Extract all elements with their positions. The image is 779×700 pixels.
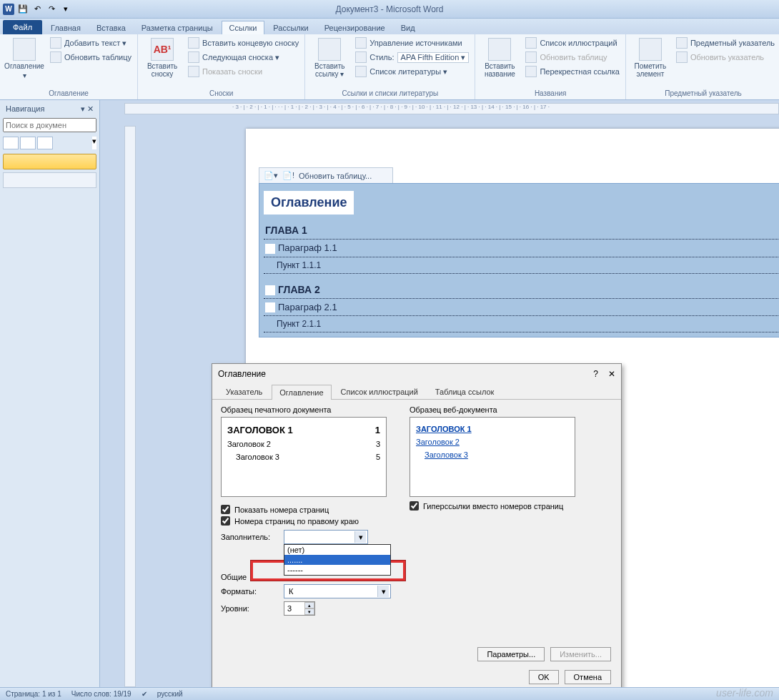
statusbar: Страница: 1 из 1 Число слов: 19/19 ✔ рус… — [0, 687, 779, 700]
ruler-horizontal[interactable]: · 3 · | · 2 · | · 1 · | · · · | · 1 · | … — [124, 103, 779, 114]
update-index-button[interactable]: Обновить указатель — [675, 51, 776, 64]
web-preview-box: ЗАГОЛОВОК 1 Заголовок 2 Заголовок 3 — [410, 417, 575, 497]
undo-icon[interactable]: ↶ — [31, 4, 43, 15]
close-dialog-icon[interactable]: ✕ — [608, 369, 615, 379]
toc-entry[interactable]: Пункт 2.1.16 — [264, 316, 779, 332]
show-footnotes-button[interactable]: Показать сноски — [187, 65, 300, 78]
leader-option-none[interactable]: (нет) — [284, 545, 390, 555]
ruler-vertical[interactable] — [124, 126, 136, 687]
insert-endnote-button[interactable]: Вставить концевую сноску — [187, 36, 300, 49]
levels-spinner[interactable]: 3▴▾ — [284, 601, 315, 616]
manage-sources-button[interactable]: Управление источниками — [354, 36, 470, 49]
leader-option-dots[interactable]: ....... — [284, 555, 390, 565]
dialog-tab-toc[interactable]: Оглавление — [272, 385, 331, 400]
tab-insert[interactable]: Вставка — [89, 21, 133, 34]
toc-options-icon[interactable]: 📄▾ — [264, 171, 278, 180]
print-preview-label: Образец печатного документа — [221, 405, 400, 414]
update-figures-button[interactable]: Обновить таблицу — [524, 51, 621, 64]
dialog-tab-figures[interactable]: Список иллюстраций — [333, 384, 426, 399]
chevron-down-icon[interactable]: ▾ — [354, 531, 366, 543]
list-of-figures-button[interactable]: Список иллюстраций — [524, 36, 621, 49]
toc-entry[interactable]: Параграф 2.15 — [264, 299, 779, 317]
tab-references[interactable]: Ссылки — [222, 21, 265, 34]
proofing-icon[interactable]: ✔ — [142, 690, 147, 698]
leader-dropdown-list: (нет) ....... ------ — [284, 544, 391, 576]
nav-menu-icon[interactable]: ▾ — [92, 137, 96, 149]
cross-reference-button[interactable]: Перекрестная ссылка — [524, 65, 621, 78]
formats-label: Форматы: — [221, 587, 278, 596]
window-title: Документ3 - Microsoft Word — [335, 4, 443, 14]
tab-review[interactable]: Рецензирование — [317, 21, 392, 34]
nav-view-results[interactable] — [37, 137, 53, 149]
save-icon[interactable]: 💾 — [17, 4, 29, 15]
ok-button[interactable]: OK — [529, 670, 559, 684]
cancel-button[interactable]: Отмена — [565, 670, 611, 684]
leader-combo[interactable]: ▾ (нет) ....... ------ — [284, 530, 368, 544]
modify-button: Изменить... — [550, 647, 611, 661]
formats-combo[interactable]: К▾ — [284, 584, 391, 598]
leader-label: Заполнитель: — [221, 533, 278, 541]
status-page[interactable]: Страница: 1 из 1 — [6, 690, 61, 698]
toc-title: Оглавление — [264, 191, 354, 215]
leader-option-dashes[interactable]: ------ — [284, 565, 390, 575]
tab-layout[interactable]: Разметка страницы — [134, 21, 220, 34]
bibliography-button[interactable]: Список литературы ▾ — [354, 65, 470, 78]
toc-button[interactable]: Оглавление▾ — [4, 36, 44, 79]
word-icon: W — [3, 4, 14, 15]
ribbon: Оглавление▾ Добавить текст ▾ Обновить та… — [0, 34, 779, 100]
toc-dialog: Оглавление ?✕ Указатель Оглавление Списо… — [212, 363, 622, 692]
search-input[interactable] — [3, 118, 96, 132]
toc-entry[interactable]: ГЛАВА 24 — [264, 281, 779, 299]
close-icon[interactable]: ✕ — [87, 104, 94, 113]
nav-selected-item[interactable] — [3, 154, 96, 169]
mark-entry-button[interactable]: Пометить элемент — [630, 36, 670, 78]
citation-style-dropdown[interactable]: Стиль: APA Fifth Edition ▾ — [354, 51, 470, 64]
nav-view-pages[interactable] — [20, 137, 36, 149]
toc-entry[interactable]: Параграф 1.12 — [264, 240, 779, 257]
toc-entry[interactable]: Пункт 1.1.13 — [264, 257, 779, 274]
insert-index-button[interactable]: Предметный указатель — [675, 36, 776, 49]
options-button[interactable]: Параметры... — [477, 647, 545, 661]
insert-citation-button[interactable]: Вставить ссылку ▾ — [309, 36, 349, 78]
insert-footnote-button[interactable]: AB¹Вставить сноску — [142, 36, 182, 78]
hyperlinks-checkbox[interactable]: Гиперссылки вместо номеров страниц — [410, 501, 575, 511]
ribbon-tabs: Файл Главная Вставка Разметка страницы С… — [0, 19, 779, 34]
navigation-pane: Навигация▾ ✕ ▾ — [0, 100, 100, 687]
status-language[interactable]: русский — [157, 690, 183, 698]
nav-item[interactable] — [3, 172, 96, 188]
tab-mailings[interactable]: Рассылки — [266, 21, 315, 34]
nav-dropdown-icon[interactable]: ▾ — [81, 104, 85, 113]
redo-icon[interactable]: ↷ — [46, 4, 57, 15]
tab-view[interactable]: Вид — [394, 21, 422, 34]
show-page-numbers-checkbox[interactable]: Показать номера страниц — [221, 505, 391, 514]
add-text-button[interactable]: Добавить текст ▾ — [49, 36, 133, 49]
help-icon[interactable]: ? — [593, 369, 598, 379]
web-preview-label: Образец веб-документа — [410, 405, 575, 414]
dialog-tab-index[interactable]: Указатель — [218, 384, 270, 399]
toc-update-icon[interactable]: 📄! — [282, 171, 294, 180]
toc-body[interactable]: Оглавление ГЛАВА 11Параграф 1.12Пункт 1.… — [259, 183, 779, 337]
toc-entry[interactable]: ГЛАВА 11 — [264, 222, 779, 240]
nav-title: Навигация — [6, 104, 44, 114]
dialog-tab-authorities[interactable]: Таблица ссылок — [427, 384, 502, 399]
tab-file[interactable]: Файл — [3, 20, 42, 34]
nav-view-headings[interactable] — [3, 137, 19, 149]
toc-field-controls[interactable]: 📄▾ 📄! Обновить таблицу... — [259, 167, 393, 183]
titlebar: W 💾 ↶ ↷ ▾ Документ3 - Microsoft Word — [0, 0, 779, 19]
tab-home[interactable]: Главная — [44, 21, 88, 34]
toc-icon — [13, 38, 36, 61]
print-preview-box: ЗАГОЛОВОК 11 Заголовок 23 Заголовок 35 — [221, 417, 387, 497]
insert-caption-button[interactable]: Вставить название — [480, 36, 520, 78]
next-footnote-button[interactable]: Следующая сноска ▾ — [187, 51, 300, 64]
status-words[interactable]: Число слов: 19/19 — [71, 690, 132, 698]
dialog-title: Оглавление — [218, 369, 266, 379]
qat-dropdown-icon[interactable]: ▾ — [60, 4, 71, 15]
right-align-checkbox[interactable]: Номера страниц по правому краю — [221, 516, 391, 526]
levels-label: Уровни: — [221, 604, 278, 613]
update-toc-button[interactable]: Обновить таблицу — [49, 51, 133, 64]
